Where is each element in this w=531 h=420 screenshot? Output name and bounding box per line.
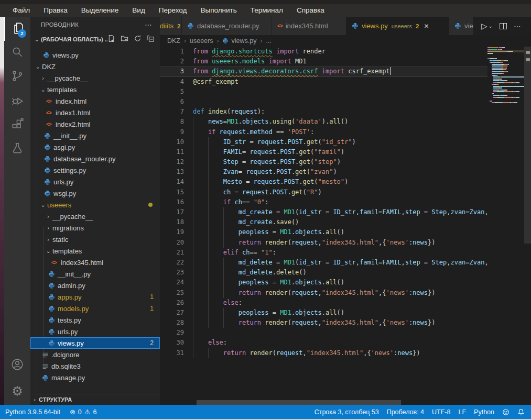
sidebar-more-icon[interactable]: ⋯ bbox=[145, 20, 153, 29]
breadcrumb-item-...[interactable]: ... bbox=[266, 37, 271, 45]
code-line-10: 10 ID_str = request.POST.get("id_str") bbox=[160, 137, 487, 147]
bell-icon[interactable] bbox=[517, 408, 525, 416]
horizontal-scrollbar[interactable] bbox=[197, 400, 401, 405]
menu-item-Выделение[interactable]: Выделение bbox=[74, 4, 126, 17]
tab-views.py[interactable]: views.py bbox=[449, 17, 474, 35]
new-file-icon[interactable] bbox=[107, 35, 115, 44]
menu-item-Справка[interactable]: Справка bbox=[290, 4, 331, 17]
workspace-section-header[interactable]: ⌄ (РАБОЧАЯ ОБЛАСТЬ) ... bbox=[30, 32, 160, 46]
outline-section-header[interactable]: › СТРУКТУРА bbox=[30, 394, 160, 405]
tree-item-label: templates bbox=[52, 247, 82, 255]
python-icon bbox=[44, 132, 53, 139]
tree-item-settings.py[interactable]: settings.py bbox=[30, 164, 160, 176]
menu-item-Файл[interactable]: Файл bbox=[6, 4, 37, 17]
minimap[interactable] bbox=[487, 47, 524, 405]
tab-views.py[interactable]: views.pyuseeers2✕ bbox=[346, 17, 449, 35]
activity-settings[interactable]: ⚙ bbox=[4, 378, 30, 405]
tree-item-useeers[interactable]: ⌄useeers bbox=[30, 199, 160, 211]
indent-guide-icon bbox=[193, 238, 193, 248]
file-tree: views.py⌄DKZ›__pycache__⌄templates<>inde… bbox=[30, 49, 160, 383]
tree-item-label: __init__.py bbox=[53, 132, 86, 140]
tree-item-static[interactable]: ›static bbox=[30, 234, 160, 245]
tree-item-wsgi.py[interactable]: wsgi.py bbox=[30, 187, 160, 199]
code-text: if ch== "0": bbox=[193, 197, 269, 207]
vertical-scrollbar[interactable] bbox=[524, 47, 531, 244]
tree-item-admin.py[interactable]: admin.py bbox=[30, 280, 160, 291]
tree-item-tests.py[interactable]: tests.py bbox=[30, 314, 160, 326]
breadcrumb[interactable]: DKZ›useeers›views.py›... bbox=[160, 35, 531, 47]
code-text: def index(request): bbox=[193, 107, 265, 117]
indent-guide-icon bbox=[223, 207, 224, 217]
code-text: md_create.save() bbox=[193, 217, 299, 227]
activity-explorer[interactable]: 2 bbox=[4, 17, 30, 41]
tree-item-index1.html[interactable]: <>index1.html bbox=[30, 107, 160, 118]
status-utf-8[interactable]: UTF-8 bbox=[432, 408, 450, 416]
status-lf[interactable]: LF bbox=[458, 408, 466, 416]
close-icon[interactable]: ✕ bbox=[424, 23, 429, 30]
menu-item-Вид[interactable]: Вид bbox=[125, 4, 151, 17]
tree-item-asgi.py[interactable]: asgi.py bbox=[30, 141, 160, 153]
tree-item-__pycache__[interactable]: ›__pycache__ bbox=[30, 72, 160, 84]
tree-item-index345.html[interactable]: <>index345.html bbox=[30, 257, 160, 268]
breadcrumb-item-useeers[interactable]: useeers bbox=[190, 37, 213, 45]
menu-item-Терминал[interactable]: Терминал bbox=[244, 4, 290, 17]
tree-item-__init__.py[interactable]: __init__.py bbox=[30, 130, 160, 141]
problems-indicator[interactable]: ⊗ 0 ⚠ 6 bbox=[70, 408, 96, 416]
menu-item-Переход[interactable]: Переход bbox=[152, 4, 194, 17]
tree-item-urls.py[interactable]: urls.py bbox=[30, 326, 160, 337]
html-icon: <> bbox=[277, 23, 283, 29]
indent-guide-icon bbox=[193, 268, 193, 278]
feedback-icon[interactable] bbox=[502, 408, 510, 416]
tree-item-index2.html[interactable]: <>index2.html bbox=[30, 118, 160, 130]
tree-item-.dcignore[interactable]: .dcignore bbox=[30, 349, 160, 360]
tree-item-urls.py[interactable]: urls.py bbox=[30, 176, 160, 187]
tree-item-label: useeers bbox=[47, 201, 71, 209]
breadcrumb-item-DKZ[interactable]: DKZ bbox=[167, 37, 180, 45]
status-пробелов-4[interactable]: Пробелов: 4 bbox=[387, 408, 424, 416]
activity-testing[interactable] bbox=[4, 137, 30, 161]
status-python[interactable]: Python bbox=[474, 408, 494, 416]
collapse-all-icon[interactable] bbox=[147, 35, 155, 44]
activity-extensions[interactable] bbox=[4, 113, 30, 137]
tree-item-DKZ[interactable]: ⌄DKZ bbox=[30, 61, 160, 72]
activity-run-debug[interactable] bbox=[4, 89, 30, 113]
status-строка-3-столбец-53[interactable]: Строка 3, столбец 53 bbox=[315, 408, 379, 416]
tree-item-database_roouter.py[interactable]: database_roouter.py bbox=[30, 153, 160, 164]
indent-guide-icon bbox=[223, 308, 224, 318]
line-number: 19 bbox=[160, 227, 184, 237]
editor-group: diiits2database_roouter.py<>index345.htm… bbox=[160, 17, 531, 405]
python-interpreter[interactable]: Python 3.9.5 64-bit bbox=[5, 408, 60, 416]
code-text: if request.method == 'POST': bbox=[193, 127, 314, 137]
split-editor-icon[interactable] bbox=[500, 23, 507, 29]
activity-search[interactable] bbox=[4, 41, 30, 65]
more-actions-icon[interactable]: ⋯ bbox=[514, 22, 522, 30]
activity-account[interactable] bbox=[4, 353, 30, 378]
breadcrumb-item-views.py[interactable]: views.py bbox=[222, 37, 256, 45]
new-folder-icon[interactable] bbox=[121, 35, 128, 44]
tab-database_roouter.py[interactable]: database_roouter.py bbox=[182, 17, 272, 35]
tree-item-db.sqlite3[interactable]: db.sqlite3 bbox=[30, 360, 160, 372]
tree-item-models.py[interactable]: models.py1 bbox=[30, 303, 160, 314]
tree-item-manage.py[interactable]: manage.py bbox=[30, 372, 160, 383]
tree-item-migrations[interactable]: ›migrations bbox=[30, 222, 160, 234]
tree-item-templates[interactable]: ⌄templates bbox=[30, 245, 160, 257]
tab-index345.html[interactable]: <>index345.html bbox=[272, 17, 346, 35]
tree-item-__pycache__[interactable]: ›__pycache__ bbox=[30, 211, 160, 222]
refresh-icon[interactable] bbox=[134, 35, 142, 44]
tree-item-templates[interactable]: ⌄templates bbox=[30, 84, 160, 95]
editor-actions: ▷⌄⋯ bbox=[474, 17, 531, 35]
line-number: 21 bbox=[160, 248, 184, 258]
tree-item-index.html[interactable]: <>index.html bbox=[30, 95, 160, 107]
menu-item-Правка[interactable]: Правка bbox=[37, 4, 74, 17]
chevron-down-icon: ⌄ bbox=[32, 36, 41, 43]
tab-diiits[interactable]: diiits2 bbox=[160, 17, 182, 35]
tree-item-__init__.py[interactable]: __init__.py bbox=[30, 268, 160, 280]
tree-item-views.py[interactable]: views.py2 bbox=[30, 337, 160, 349]
run-python-button[interactable]: ▷⌄ bbox=[481, 21, 493, 31]
menu-item-Выполнить[interactable]: Выполнить bbox=[193, 4, 243, 17]
tree-item-label: views.py bbox=[58, 339, 84, 347]
tree-item-apps.py[interactable]: apps.py1 bbox=[30, 291, 160, 303]
code-editor[interactable]: 1from django.shortcuts import render2fro… bbox=[160, 47, 531, 405]
tree-item-views.py[interactable]: views.py bbox=[30, 49, 160, 61]
activity-source-control[interactable] bbox=[4, 65, 30, 89]
